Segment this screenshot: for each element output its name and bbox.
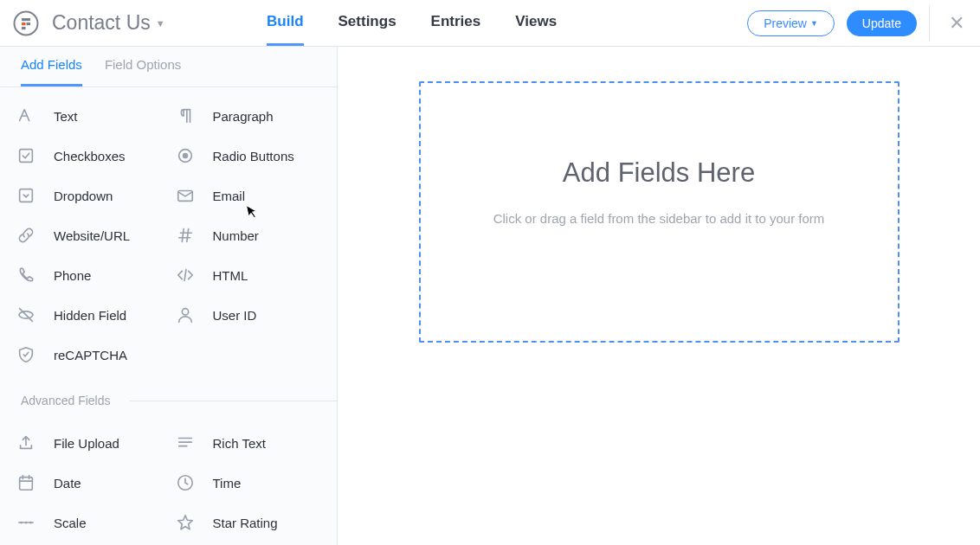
- field-label: Date: [54, 476, 81, 490]
- app-logo-icon: [10, 8, 42, 39]
- field-checkboxes[interactable]: Checkboxes: [16, 143, 163, 169]
- field-dropdown[interactable]: Dropdown: [16, 183, 163, 208]
- field-label: Website/URL: [54, 228, 130, 243]
- field-hidden-field[interactable]: Hidden Field: [16, 302, 163, 328]
- field-email[interactable]: Email: [175, 183, 322, 208]
- field-label: Dropdown: [54, 189, 113, 203]
- calendar-icon: [16, 472, 36, 493]
- field-user-id[interactable]: User ID: [175, 302, 322, 328]
- field-star-rating[interactable]: Star Rating: [175, 510, 322, 535]
- field-label: Email: [213, 189, 246, 203]
- svg-rect-5: [20, 150, 33, 163]
- form-title-dropdown[interactable]: Contact Us ▼: [52, 11, 165, 35]
- checkbox-icon: [16, 145, 36, 166]
- field-label: Hidden Field: [54, 308, 126, 323]
- upload-icon: [16, 433, 36, 453]
- field-html[interactable]: HTML: [175, 262, 322, 288]
- preview-button[interactable]: Preview ▼: [747, 10, 835, 36]
- canvas: Add Fields Here Click or drag a field fr…: [338, 47, 980, 545]
- field-rich-text[interactable]: Rich Text: [175, 430, 322, 456]
- svg-point-0: [15, 11, 38, 35]
- tab-settings[interactable]: Settings: [338, 0, 397, 46]
- field-phone[interactable]: Phone: [16, 262, 163, 288]
- clock-icon: [175, 472, 196, 493]
- vertical-divider: [929, 5, 930, 42]
- sidebar: Add Fields Field Options TextParagraphCh…: [0, 47, 338, 545]
- text-icon: [16, 106, 36, 126]
- svg-rect-11: [20, 478, 33, 490]
- svg-point-10: [182, 309, 188, 315]
- field-label: Time: [213, 476, 242, 490]
- topbar: Contact Us ▼ Build Settings Entries View…: [0, 0, 980, 47]
- field-label: Number: [213, 228, 259, 243]
- update-button[interactable]: Update: [847, 10, 917, 36]
- shield-icon: [16, 344, 36, 365]
- paragraph-icon: [175, 106, 196, 126]
- field-website-url[interactable]: Website/URL: [16, 222, 163, 248]
- field-label: Star Rating: [213, 516, 278, 530]
- close-icon[interactable]: ✕: [942, 12, 964, 35]
- field-date[interactable]: Date: [16, 470, 163, 496]
- field-label: Checkboxes: [54, 149, 126, 164]
- field-label: Rich Text: [213, 436, 266, 451]
- tab-views[interactable]: Views: [515, 0, 557, 46]
- svg-rect-8: [20, 189, 33, 202]
- svg-rect-2: [22, 22, 26, 25]
- dropzone[interactable]: Add Fields Here Click or drag a field fr…: [419, 81, 899, 343]
- tab-entries[interactable]: Entries: [431, 0, 481, 46]
- svg-rect-3: [27, 22, 31, 25]
- field-number[interactable]: Number: [175, 222, 322, 248]
- field-time[interactable]: Time: [175, 470, 322, 496]
- field-label: Scale: [54, 516, 87, 530]
- caret-down-icon: ▼: [810, 19, 818, 28]
- hidden-icon: [16, 305, 36, 325]
- field-label: HTML: [213, 268, 248, 283]
- svg-point-14: [25, 522, 28, 524]
- svg-rect-1: [22, 18, 30, 21]
- hash-icon: [175, 225, 196, 246]
- field-radio-buttons[interactable]: Radio Buttons: [175, 143, 322, 169]
- svg-point-13: [20, 522, 23, 524]
- dropdown-icon: [16, 185, 36, 206]
- top-actions: Preview ▼ Update ✕: [747, 5, 964, 42]
- field-paragraph[interactable]: Paragraph: [175, 103, 322, 129]
- field-label: User ID: [213, 308, 257, 323]
- field-label: reCAPTCHA: [54, 348, 127, 362]
- svg-rect-4: [22, 27, 26, 29]
- scale-icon: [16, 512, 36, 533]
- email-icon: [175, 185, 196, 206]
- sidebar-tabs: Add Fields Field Options: [0, 47, 337, 87]
- link-icon: [16, 225, 36, 246]
- svg-point-7: [182, 153, 187, 158]
- builder-tabs: Build Settings Entries Views: [267, 0, 557, 46]
- html-icon: [175, 265, 196, 285]
- star-icon: [175, 512, 196, 533]
- field-label: Text: [54, 109, 78, 124]
- user-icon: [175, 305, 196, 325]
- form-title-text: Contact Us: [52, 11, 151, 35]
- sidebar-tab-add-fields[interactable]: Add Fields: [21, 57, 82, 87]
- field-scale[interactable]: Scale: [16, 510, 163, 535]
- preview-label: Preview: [764, 16, 807, 30]
- dropzone-subtitle: Click or drag a field from the sidebar t…: [493, 211, 825, 226]
- field-label: Paragraph: [213, 109, 274, 124]
- phone-icon: [16, 265, 36, 285]
- svg-point-15: [29, 522, 32, 524]
- tab-build[interactable]: Build: [267, 0, 304, 46]
- section-advanced-fields: Advanced Fields: [0, 388, 337, 413]
- field-label: File Upload: [54, 436, 119, 451]
- field-recaptcha[interactable]: reCAPTCHA: [16, 342, 163, 368]
- sidebar-tab-field-options[interactable]: Field Options: [105, 57, 181, 87]
- dropzone-title: Add Fields Here: [563, 157, 755, 189]
- caret-down-icon: ▼: [156, 18, 165, 29]
- field-text[interactable]: Text: [16, 103, 163, 129]
- field-label: Phone: [54, 268, 91, 283]
- radio-icon: [175, 145, 196, 166]
- field-file-upload[interactable]: File Upload: [16, 430, 163, 456]
- richtext-icon: [175, 433, 196, 453]
- field-label: Radio Buttons: [213, 149, 294, 164]
